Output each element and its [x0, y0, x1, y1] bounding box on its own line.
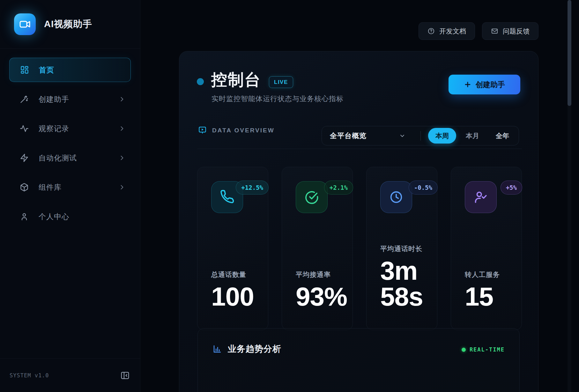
chevron-right-icon	[119, 155, 125, 161]
trend-badge: -0.5%	[409, 181, 438, 195]
sidebar-item-label: 自动化测试	[39, 153, 119, 163]
stat-label: 总通话数量	[211, 270, 262, 279]
stat-card-answer-rate: +2.1% 平均接通率 93%	[282, 167, 353, 330]
header-actions: 开发文档 问题反馈	[419, 22, 538, 40]
sidebar-item-create-assistant[interactable]: 创建助手	[9, 87, 131, 111]
divider	[420, 131, 421, 141]
trend-badge: +12.5%	[236, 181, 269, 195]
stat-card-bottom: 平均通话时长 3m 58s	[380, 244, 431, 309]
stat-card-total-calls: +12.5% 总通话数量 100	[197, 167, 268, 330]
mail-icon	[491, 27, 498, 35]
chevron-down-icon[interactable]	[399, 133, 405, 139]
sidebar-footer: SYSTEM v1.0	[0, 358, 140, 392]
realtime-status: REAL-TIME	[462, 346, 505, 353]
sidebar-item-observation-records[interactable]: 观察记录	[9, 116, 131, 141]
plus-icon	[464, 81, 471, 88]
stat-label: 转人工服务	[465, 270, 515, 279]
trend-badge: +2.1%	[324, 181, 353, 195]
stat-card-human-transfer: +5% 转人工服务 15	[451, 167, 522, 330]
overview-controls: 全平台概览 本周 本月 全年	[322, 126, 519, 145]
stat-card-bottom: 总通话数量 100	[211, 270, 262, 309]
sidebar-item-label: 首页	[39, 65, 125, 75]
sidebar-item-automation-test[interactable]: 自动化测试	[9, 146, 131, 170]
stat-value: 93%	[296, 284, 346, 309]
sidebar-item-label: 个人中心	[39, 212, 125, 222]
icon-tile	[380, 181, 412, 213]
clock-icon	[389, 190, 404, 204]
realtime-label: REAL-TIME	[470, 346, 505, 353]
sidebar-menu: 首页 创建助手 观察记录	[0, 49, 140, 358]
section-label: DATA OVERVIEW	[212, 127, 275, 134]
sidebar-item-label: 组件库	[39, 182, 119, 192]
dashboard-icon	[20, 65, 29, 75]
console-panel: 控制台 LIVE 实时监控智能体运行状态与业务核心指标 创建助手 DATA OV…	[179, 51, 538, 392]
app-title: AI视频助手	[44, 18, 92, 31]
sidebar-item-label: 创建助手	[39, 94, 119, 104]
user-icon	[19, 212, 29, 221]
collapse-sidebar-button[interactable]	[120, 371, 130, 380]
tab-full-year[interactable]: 全年	[494, 131, 511, 140]
stat-label: 平均通话时长	[380, 244, 431, 253]
trend-analysis-card: 业务趋势分析 REAL-TIME	[197, 328, 520, 392]
stat-card-bottom: 转人工服务 15	[465, 270, 515, 309]
stat-value: 3m 58s	[380, 258, 431, 309]
status-dot	[197, 78, 204, 85]
tab-this-week[interactable]: 本周	[428, 128, 456, 144]
section-divider	[197, 149, 522, 149]
green-status-dot	[462, 348, 466, 352]
data-overview-header: DATA OVERVIEW	[198, 126, 275, 135]
create-assistant-label: 创建助手	[476, 80, 505, 90]
create-assistant-button[interactable]: 创建助手	[449, 75, 520, 94]
live-badge: LIVE	[269, 76, 293, 88]
stat-label: 平均接通率	[296, 270, 346, 279]
logo-row: AI视频助手	[0, 0, 140, 49]
sidebar-item-profile[interactable]: 个人中心	[9, 204, 131, 229]
icon-tile	[465, 181, 497, 213]
cube-icon	[19, 182, 29, 192]
chevron-right-icon	[119, 125, 125, 132]
feedback-button[interactable]: 问题反馈	[482, 22, 538, 40]
stat-cards: +12.5% 总通话数量 100 +2.1% 平均接通率 93%	[197, 167, 522, 330]
stat-card-bottom: 平均接通率 93%	[296, 270, 346, 309]
icon-tile	[296, 181, 328, 213]
period-tabs: 本周 本月 全年	[427, 128, 511, 144]
sidebar-item-label: 观察记录	[39, 124, 119, 134]
activity-icon	[19, 124, 29, 133]
trend-badge: +5%	[501, 181, 522, 195]
video-camera-icon	[19, 18, 31, 30]
feedback-label: 问题反馈	[503, 27, 530, 36]
tab-this-month[interactable]: 本月	[464, 131, 481, 140]
phone-icon	[220, 190, 234, 204]
check-circle-icon	[304, 190, 319, 204]
page-subtitle: 实时监控智能体运行状态与业务核心指标	[212, 94, 344, 104]
magic-wand-icon	[19, 94, 29, 104]
stat-value: 15	[465, 284, 515, 309]
sidebar-item-home[interactable]: 首页	[9, 58, 131, 82]
user-check-icon	[473, 190, 488, 204]
trend-title: 业务趋势分析	[228, 343, 281, 355]
scrollbar-thumb[interactable]	[568, 0, 571, 106]
chevron-right-icon	[119, 96, 125, 102]
sidebar: AI视频助手 首页 创建助手	[0, 0, 140, 392]
help-circle-icon	[427, 27, 435, 35]
system-version: SYSTEM v1.0	[10, 372, 49, 379]
page-title: 控制台	[211, 69, 261, 91]
dev-docs-button[interactable]: 开发文档	[419, 22, 475, 40]
dev-docs-label: 开发文档	[439, 27, 466, 36]
bar-chart-icon	[212, 344, 222, 354]
chevron-right-icon	[119, 184, 125, 190]
lightning-icon	[19, 153, 29, 163]
trend-header: 业务趋势分析	[212, 343, 281, 355]
app-logo	[14, 13, 36, 35]
platform-filter-dropdown[interactable]: 全平台概览	[330, 131, 367, 141]
monitor-play-icon	[198, 126, 207, 135]
stat-value: 100	[211, 284, 262, 309]
sidebar-item-component-library[interactable]: 组件库	[9, 175, 131, 199]
stat-card-avg-duration: -0.5% 平均通话时长 3m 58s	[366, 167, 437, 330]
app-screen: AI视频助手 首页 创建助手	[0, 0, 579, 392]
